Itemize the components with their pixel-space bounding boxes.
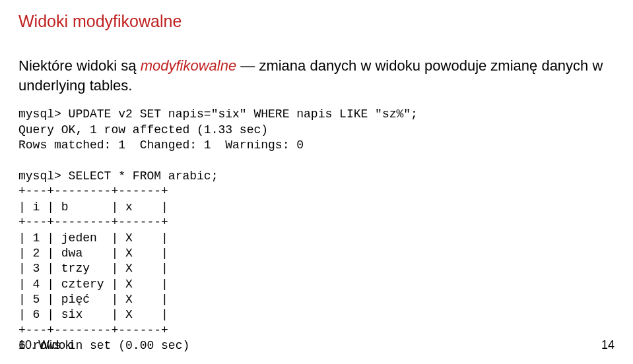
paragraph-emphasis: modyfikowalne [141,57,237,74]
paragraph-part1: Niektóre widoki są [18,57,141,74]
slide-footer: 10. Widoki 14 [18,338,615,352]
footer-section-label: 10. Widoki [18,338,74,352]
slide-title: Widoki modyfikowalne [18,12,615,31]
body-paragraph: Niektóre widoki są modyfikowalne — zmian… [18,56,615,95]
sql-code-block: mysql> UPDATE v2 SET napis="six" WHERE n… [18,107,615,353]
footer-page-number: 14 [601,338,615,352]
